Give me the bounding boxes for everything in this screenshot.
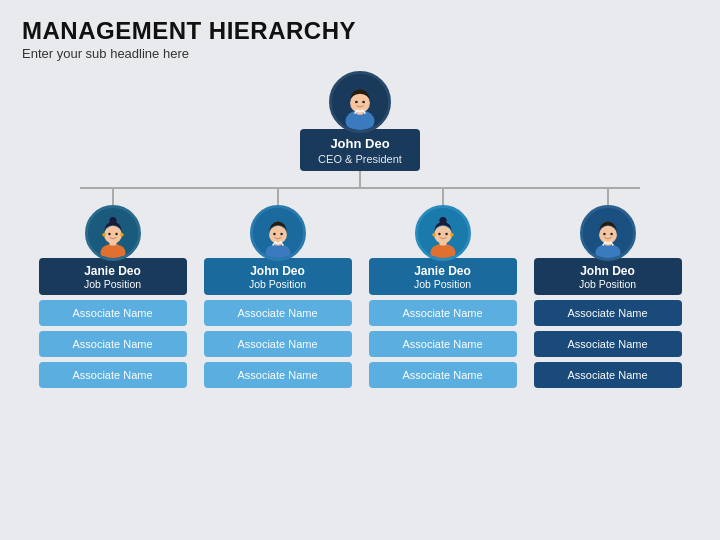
- svg-point-10: [109, 217, 116, 224]
- page: MANAGEMENT HIERARCHY Enter your sub head…: [0, 0, 720, 540]
- top-info-box: John Deo CEO & President: [300, 129, 420, 171]
- svg-point-29: [450, 233, 454, 237]
- node-2-position: Job Position: [212, 278, 344, 290]
- v-line-2: [277, 189, 279, 205]
- info-box-2: John Deo Job Position: [204, 258, 352, 295]
- svg-point-4: [355, 101, 358, 104]
- assoc-col-1: Associate Name Associate Name Associate …: [39, 300, 187, 388]
- avatar-2: [250, 205, 306, 261]
- svg-point-12: [115, 233, 118, 236]
- node-1-position: Job Position: [47, 278, 179, 290]
- node-4-position: Job Position: [542, 278, 674, 290]
- node-3-name: Janie Deo: [377, 264, 509, 278]
- node-col-2: John Deo Job Position Associate Name Ass…: [200, 189, 355, 388]
- avatar-icon-4: [583, 208, 633, 258]
- assoc-3-2: Associate Name: [369, 331, 517, 357]
- node-3-position: Job Position: [377, 278, 509, 290]
- svg-point-27: [445, 233, 448, 236]
- svg-point-5: [362, 101, 365, 104]
- assoc-2-3: Associate Name: [204, 362, 352, 388]
- top-node-position: CEO & President: [318, 153, 402, 165]
- assoc-col-4: Associate Name Associate Name Associate …: [534, 300, 682, 388]
- assoc-1-1: Associate Name: [39, 300, 187, 326]
- branch-area: Janie Deo Job Position Associate Name As…: [20, 187, 700, 388]
- svg-point-28: [432, 233, 436, 237]
- assoc-3-1: Associate Name: [369, 300, 517, 326]
- page-title: MANAGEMENT HIERARCHY: [22, 18, 698, 44]
- svg-point-14: [120, 233, 124, 237]
- avatar-3: [415, 205, 471, 261]
- info-box-3: Janie Deo Job Position: [369, 258, 517, 295]
- avatar-icon-3: [418, 208, 468, 258]
- assoc-col-3: Associate Name Associate Name Associate …: [369, 300, 517, 388]
- info-box-4: John Deo Job Position: [534, 258, 682, 295]
- node-4-name: John Deo: [542, 264, 674, 278]
- v-line-top: [359, 171, 361, 187]
- info-box-1: Janie Deo Job Position: [39, 258, 187, 295]
- svg-point-9: [104, 226, 122, 244]
- page-subtitle: Enter your sub headline here: [22, 46, 698, 61]
- svg-point-35: [610, 233, 613, 236]
- svg-point-13: [102, 233, 106, 237]
- v-line-1: [112, 189, 114, 205]
- node-2-name: John Deo: [212, 264, 344, 278]
- top-node-name: John Deo: [318, 136, 402, 153]
- second-level: Janie Deo Job Position Associate Name As…: [20, 189, 700, 388]
- node-1-name: Janie Deo: [47, 264, 179, 278]
- assoc-4-2: Associate Name: [534, 331, 682, 357]
- avatar-icon-1: [88, 208, 138, 258]
- avatar-1: [85, 205, 141, 261]
- svg-point-26: [438, 233, 441, 236]
- svg-point-20: [280, 233, 283, 236]
- org-chart: John Deo CEO & President: [22, 71, 698, 388]
- assoc-2-2: Associate Name: [204, 331, 352, 357]
- svg-point-18: [269, 226, 287, 244]
- top-avatar: [329, 71, 391, 133]
- assoc-4-3: Associate Name: [534, 362, 682, 388]
- top-node: John Deo CEO & President: [300, 71, 420, 171]
- node-col-4: John Deo Job Position Associate Name Ass…: [530, 189, 685, 388]
- v-line-4: [607, 189, 609, 205]
- node-col-1: Janie Deo Job Position Associate Name As…: [35, 189, 190, 388]
- v-line-3: [442, 189, 444, 205]
- svg-point-19: [273, 233, 276, 236]
- assoc-3-3: Associate Name: [369, 362, 517, 388]
- svg-point-33: [599, 226, 617, 244]
- node-col-3: Janie Deo Job Position Associate Name As…: [365, 189, 520, 388]
- avatar-4: [580, 205, 636, 261]
- assoc-col-2: Associate Name Associate Name Associate …: [204, 300, 352, 388]
- avatar-icon-2: [253, 208, 303, 258]
- assoc-2-1: Associate Name: [204, 300, 352, 326]
- assoc-1-2: Associate Name: [39, 331, 187, 357]
- assoc-1-3: Associate Name: [39, 362, 187, 388]
- assoc-4-1: Associate Name: [534, 300, 682, 326]
- top-avatar-icon: [332, 74, 388, 130]
- svg-point-24: [434, 226, 452, 244]
- svg-point-11: [108, 233, 111, 236]
- svg-point-25: [439, 217, 446, 224]
- svg-point-34: [603, 233, 606, 236]
